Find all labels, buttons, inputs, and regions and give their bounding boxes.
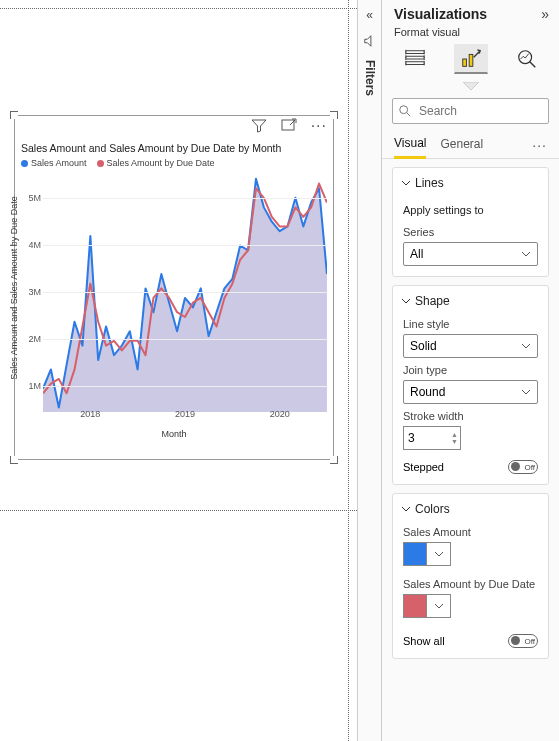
line-style-select[interactable]: Solid: [403, 334, 538, 358]
card-title: Shape: [415, 294, 450, 308]
resize-handle[interactable]: [330, 111, 338, 119]
resize-handle[interactable]: [10, 456, 18, 464]
stepped-toggle[interactable]: Off: [508, 460, 538, 474]
report-canvas[interactable]: ··· Sales Amount and Sales Amount by Due…: [0, 0, 357, 741]
colors-card: Colors Sales Amount Sales Amount by Due …: [392, 493, 549, 659]
canvas-boundary-right: [348, 0, 349, 741]
expand-chevron-icon[interactable]: »: [541, 6, 549, 22]
shape-card: Shape Line style Solid Join type Round S…: [392, 285, 549, 485]
series-select[interactable]: All: [403, 242, 538, 266]
chevron-down-icon: [521, 387, 531, 397]
y-axis: 1M2M3M4M5M: [15, 174, 43, 409]
line-chart-visual[interactable]: Sales Amount and Sales Amount by Due Dat…: [14, 115, 334, 460]
resize-handle[interactable]: [10, 111, 18, 119]
legend-label: Sales Amount: [31, 158, 87, 168]
legend-item[interactable]: Sales Amount by Due Date: [97, 158, 215, 168]
pane-title: Visualizations: [394, 6, 487, 22]
svg-rect-2: [405, 56, 423, 59]
legend-label: Sales Amount by Due Date: [107, 158, 215, 168]
color-series-label: Sales Amount by Due Date: [393, 572, 548, 592]
color-swatch[interactable]: [403, 542, 427, 566]
pane-subtitle: Format visual: [382, 22, 559, 44]
chevron-down-icon: [521, 249, 531, 259]
collapsed-filters-pane: « Filters: [357, 0, 381, 741]
lines-card-header[interactable]: Lines: [393, 168, 548, 194]
stepped-label: Stepped: [403, 461, 444, 473]
color-series-label: Sales Amount: [393, 520, 548, 540]
lines-card: Lines Apply settings to Series All: [392, 167, 549, 277]
chevron-down-icon: [521, 341, 531, 351]
chevron-down-icon: [434, 549, 444, 559]
toggle-state: Off: [524, 637, 535, 646]
join-type-select[interactable]: Round: [403, 380, 538, 404]
show-all-toggle[interactable]: Off: [508, 634, 538, 648]
format-tabs: Visual General ···: [382, 132, 559, 159]
stroke-width-input[interactable]: 3 ▲▼: [403, 426, 461, 450]
color-dropdown[interactable]: [427, 542, 451, 566]
tabs-more-icon[interactable]: ···: [532, 137, 547, 153]
resize-handle[interactable]: [330, 456, 338, 464]
filters-pane-icon[interactable]: [363, 34, 377, 48]
svg-rect-3: [405, 62, 423, 65]
show-all-label: Show all: [403, 635, 445, 647]
svg-rect-7: [469, 54, 473, 66]
svg-rect-1: [405, 51, 423, 54]
colors-card-header[interactable]: Colors: [393, 494, 548, 520]
stroke-width-label: Stroke width: [393, 404, 548, 424]
tab-visual[interactable]: Visual: [394, 132, 426, 159]
svg-line-11: [407, 113, 411, 117]
canvas-boundary-top: [0, 8, 357, 9]
format-visual-button[interactable]: [454, 44, 488, 74]
chart-legend: Sales Amount Sales Amount by Due Date: [15, 156, 333, 168]
color-swatch[interactable]: [403, 594, 427, 618]
chevron-down-icon: [401, 296, 411, 306]
search-wrapper: [392, 98, 549, 124]
active-tab-indicator: [382, 76, 559, 94]
format-search-input[interactable]: [392, 98, 549, 124]
search-icon: [398, 104, 412, 118]
chart-title: Sales Amount and Sales Amount by Due Dat…: [15, 116, 333, 156]
svg-point-8: [518, 51, 531, 64]
color-dropdown[interactable]: [427, 594, 451, 618]
legend-marker: [21, 160, 28, 167]
visualizations-pane: Visualizations » Format visual Visual Ge…: [381, 0, 559, 741]
chevron-down-icon: [401, 504, 411, 514]
legend-marker: [97, 160, 104, 167]
chart-lines: [43, 174, 327, 412]
card-title: Lines: [415, 176, 444, 190]
collapse-chevron-icon[interactable]: «: [366, 8, 373, 22]
spin-arrows[interactable]: ▲▼: [451, 431, 458, 445]
chevron-down-icon: [434, 601, 444, 611]
chevron-down-icon: [401, 178, 411, 188]
spin-value: 3: [408, 431, 415, 445]
x-axis-label: Month: [15, 429, 333, 439]
chart-plot-area: 1M2M3M4M5M: [43, 174, 327, 409]
x-axis: 201820192020: [43, 407, 327, 427]
select-value: Round: [410, 385, 445, 399]
select-value: Solid: [410, 339, 437, 353]
svg-point-10: [400, 106, 408, 114]
join-type-label: Join type: [393, 358, 548, 378]
shape-card-header[interactable]: Shape: [393, 286, 548, 312]
analytics-button[interactable]: [510, 44, 544, 74]
tab-general[interactable]: General: [440, 133, 483, 157]
build-visual-button[interactable]: [398, 44, 432, 74]
select-value: All: [410, 247, 423, 261]
apply-settings-label: Apply settings to: [393, 194, 548, 220]
canvas-boundary-bottom: [0, 510, 357, 511]
toggle-state: Off: [524, 463, 535, 472]
series-label: Series: [393, 220, 548, 240]
svg-rect-6: [462, 59, 466, 66]
filters-pane-label[interactable]: Filters: [363, 60, 377, 96]
legend-item[interactable]: Sales Amount: [21, 158, 87, 168]
svg-line-9: [529, 62, 535, 68]
line-style-label: Line style: [393, 312, 548, 332]
card-title: Colors: [415, 502, 450, 516]
